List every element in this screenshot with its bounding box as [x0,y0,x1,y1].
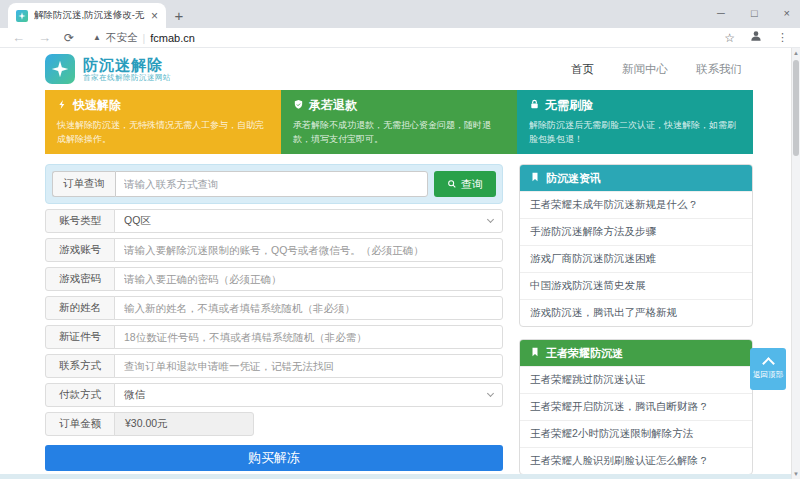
article-link[interactable]: 手游防沉迷解除方法及步骤 [520,218,752,245]
banner-text: 快速解除防沉迷，无特殊情况无需人工参与，自助完成解除操作。 [57,118,269,147]
chevron-down-icon [487,390,494,397]
top-navigation: 首页新闻中心联系我们 [571,62,742,77]
banner-0: 快速解除快速解除防沉迷，无特殊情况无需人工参与，自助完成解除操作。 [45,90,281,154]
form-row: 付款方式微信 [45,383,503,407]
bookmark-icon [530,347,540,359]
banner-1: 承若退款承若解除不成功退款，无需担心资金问题，随时退款，填写支付宝即可。 [281,90,517,154]
order-query-bar: 订单查询 查询 [45,164,503,204]
article-link[interactable]: 王者荣耀开启防沉迷，腾讯自断财路？ [520,393,752,420]
banner-title: 承若退款 [309,97,357,114]
banner-text: 解除防沉迷后无需刷脸二次认证，快速解除，如需刷脸包换包退！ [529,118,741,147]
section-title: 王者荣耀防沉迷 [546,346,623,361]
article-link[interactable]: 中国游戏防沉迷简史发展 [520,272,752,299]
security-label: 不安全 [106,31,138,45]
order-amount-value: ¥30.00元 [114,412,254,436]
feature-banners: 快速解除快速解除防沉迷，无特殊情况无需人工参与，自助完成解除操作。承若退款承若解… [45,90,753,154]
nav-item-0[interactable]: 首页 [571,62,594,77]
buy-unfreeze-button[interactable]: 购买解冻 [45,445,503,471]
scroll-down-icon[interactable]: ▼ [792,469,800,479]
tab-close-icon[interactable]: × [151,9,158,23]
browser-menu-icon[interactable]: ⋮ [777,31,788,44]
scrollbar-thumb[interactable] [793,60,799,156]
query-button[interactable]: 查询 [434,171,496,197]
form-row: 账号类型QQ区 [45,209,503,233]
page-content: 防沉迷解除 首家在线解除防沉迷网站 首页新闻中心联系我们 快速解除快速解除防沉迷… [0,48,800,479]
section-header: 王者荣耀防沉迷 [520,340,752,366]
url-separator: | [142,32,145,44]
search-icon [447,179,457,189]
field-label: 游戏账号 [45,238,115,262]
bookmark-icon [530,172,540,184]
browser-tabstrip: 解除防沉迷,防沉迷修改-无需二... × + ─ □ × [0,0,800,28]
section-title: 防沉迷资讯 [546,171,601,186]
field-label: 账号类型 [45,209,115,233]
address-bar: ← → ⟳ ▲ 不安全 | fcmab.cn ☆ ⋮ [0,28,800,48]
lightning-icon [57,99,68,113]
nav-item-2[interactable]: 联系我们 [696,62,742,77]
tab-title: 解除防沉迷,防沉迷修改-无需二... [34,9,145,22]
footer-strip [0,474,791,479]
browser-tab[interactable]: 解除防沉迷,防沉迷修改-无需二... × [8,3,166,28]
banner-2: 无需刷脸解除防沉迷后无需刷脸二次认证，快速解除，如需刷脸包换包退！ [517,90,753,154]
sidebar: 防沉迷资讯王者荣耀未成年防沉迷新规是什么？手游防沉迷解除方法及步骤游戏厂商防沉迷… [519,164,753,479]
article-link[interactable]: 王者荣耀人脸识别刷脸认证怎么解除？ [520,447,752,474]
url-text: fcmab.cn [150,32,195,44]
back-icon[interactable]: ← [12,30,25,45]
back-to-top-label: 返回顶部 [753,370,783,380]
order-query-label: 订单查询 [52,171,115,197]
page-scrollbar[interactable]: ▲ ▼ [791,48,800,479]
field-input[interactable] [114,325,503,349]
field-select[interactable]: QQ区 [114,209,503,233]
window-maximize-button[interactable]: □ [751,7,758,19]
reload-icon[interactable]: ⟳ [64,31,74,45]
article-link[interactable]: 王者荣耀跳过防沉迷认证 [520,366,752,393]
back-to-top-button[interactable]: 返回顶部 [750,348,786,390]
window-minimize-button[interactable]: ─ [717,7,725,19]
form-row: 新的姓名 [45,296,503,320]
security-indicator[interactable]: ▲ 不安全 | fcmab.cn [93,31,195,45]
article-link[interactable]: 游戏厂商防沉迷防沉迷困难 [520,245,752,272]
field-input[interactable] [114,267,503,291]
window-close-button[interactable]: × [784,7,790,19]
sidebar-section-0: 防沉迷资讯王者荣耀未成年防沉迷新规是什么？手游防沉迷解除方法及步骤游戏厂商防沉迷… [519,164,753,327]
banner-title: 无需刷脸 [545,97,593,114]
forward-icon[interactable]: → [38,30,51,45]
field-label: 付款方式 [45,383,115,407]
site-favicon-icon [16,10,28,22]
lock-icon [529,99,540,113]
article-link[interactable]: 游戏防沉迷，腾讯出了严格新规 [520,299,752,326]
sidebar-section-1: 王者荣耀防沉迷王者荣耀跳过防沉迷认证王者荣耀开启防沉迷，腾讯自断财路？王者荣耀2… [519,339,753,475]
field-label: 新的姓名 [45,296,115,320]
site-logo [45,54,75,84]
nav-item-1[interactable]: 新闻中心 [622,62,668,77]
banner-title: 快速解除 [73,97,121,114]
shield-icon [293,99,304,113]
scroll-up-icon[interactable]: ▲ [792,48,800,58]
form-row: 游戏密码 [45,267,503,291]
field-input[interactable] [114,354,503,378]
new-tab-button[interactable]: + [166,3,192,28]
form-row: 订单金额¥30.00元 [45,412,503,436]
select-value: 微信 [124,388,145,402]
site-title: 防沉迷解除 [83,56,171,73]
site-header: 防沉迷解除 首家在线解除防沉迷网站 首页新闻中心联系我们 [0,48,800,90]
chevron-up-icon [762,357,775,370]
form-row: 联系方式 [45,354,503,378]
article-link[interactable]: 王者荣耀未成年防沉迷新规是什么？ [520,191,752,218]
chevron-down-icon [487,216,494,223]
form-row: 新证件号 [45,325,503,349]
field-label: 订单金额 [45,412,115,436]
field-label: 游戏密码 [45,267,115,291]
field-label: 新证件号 [45,325,115,349]
article-link[interactable]: 王者荣耀2小时防沉迷限制解除方法 [520,420,752,447]
field-input[interactable] [114,296,503,320]
form-row: 游戏账号 [45,238,503,262]
select-value: QQ区 [124,214,151,228]
profile-avatar-icon[interactable] [749,29,763,46]
field-select[interactable]: 微信 [114,383,503,407]
bookmark-star-icon[interactable]: ☆ [724,31,735,45]
field-input[interactable] [114,238,503,262]
section-header: 防沉迷资讯 [520,165,752,191]
order-query-input[interactable] [115,171,428,197]
banner-text: 承若解除不成功退款，无需担心资金问题，随时退款，填写支付宝即可。 [293,118,505,147]
